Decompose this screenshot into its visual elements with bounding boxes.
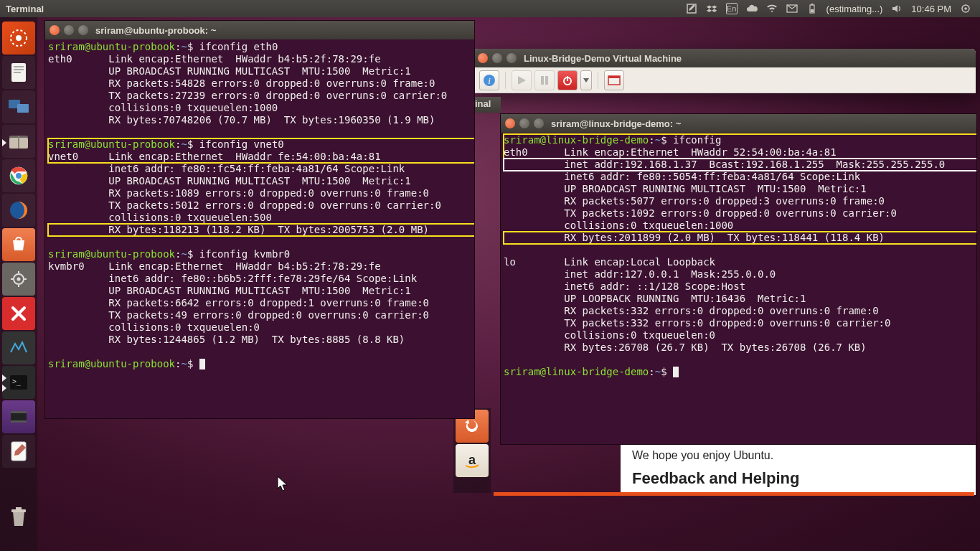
browser-page-content: We hope you enjoy Ubuntu. Feedback and H… [621,439,976,495]
launcher-terminal[interactable]: >_ [2,366,35,399]
vm-toolbar: i [473,67,976,93]
vm-minimize-button[interactable] [492,53,502,63]
svg-rect-3 [811,4,813,5]
vm-power-dropdown[interactable] [580,70,592,90]
vm-inner-launcher: a [453,408,491,493]
launcher-trash[interactable] [2,501,35,534]
terminal-host[interactable]: sriram@ubuntu-probook: ~ sriram@ubuntu-p… [44,20,475,419]
launcher-chrome[interactable] [2,159,35,192]
browser-text-line: We hope you enjoy Ubuntu. [632,449,964,462]
battery-icon[interactable] [806,3,818,14]
svg-rect-41 [545,76,548,85]
svg-point-21 [16,173,22,179]
launcher-displays[interactable] [2,90,35,123]
terminal-guest-titlebar[interactable]: sriram@linux-bridge-demo: ~ [501,114,976,133]
terminal-guest-body[interactable]: sriram@linux-bridge-demo:~$ ifconfig eth… [501,133,976,380]
vm-power-button[interactable] [557,70,578,90]
vm-info-button[interactable]: i [479,70,499,90]
vm-titlebar[interactable]: Linux-Bridge-Demo Virtual Machine [473,49,976,67]
cloud-icon[interactable] [746,3,758,14]
dropbox-icon[interactable] [706,3,717,14]
svg-rect-10 [14,66,24,67]
svg-text:i: i [488,75,491,86]
terminal-host-titlebar[interactable]: sriram@ubuntu-probook: ~ [45,21,474,39]
volume-icon[interactable] [891,3,903,14]
terminal-host-minimize[interactable] [64,25,74,35]
browser-bottom-border [494,492,974,496]
mouse-cursor-icon [277,476,290,493]
top-panel: Terminal En (estimating...) 10:46 PM [0,0,980,17]
svg-rect-4 [811,9,814,12]
launcher-meld[interactable] [2,331,35,364]
launcher-settings[interactable] [2,263,35,296]
launcher-dash[interactable] [2,22,35,55]
terminal-guest-minimize[interactable] [519,118,529,128]
svg-text:a: a [468,453,476,467]
svg-rect-36 [11,509,26,512]
terminal-guest[interactable]: sriram@linux-bridge-demo: ~ sriram@linux… [500,113,977,445]
terminal-host-close[interactable] [50,25,60,35]
vm-maximize-button[interactable] [507,53,517,63]
mail-icon[interactable] [786,3,798,14]
launcher-firefox[interactable] [2,194,35,227]
launcher-video[interactable] [2,400,35,433]
svg-point-6 [964,7,967,10]
terminal-host-body[interactable]: sriram@ubuntu-probook:~$ ifconfig eth0 e… [45,39,474,372]
svg-rect-11 [14,69,24,70]
svg-rect-40 [541,76,544,85]
terminal-guest-maximize[interactable] [534,118,544,128]
vm-play-button[interactable] [512,70,532,90]
vm-fullscreen-button[interactable] [604,70,624,90]
wifi-icon[interactable] [766,3,778,14]
compose-icon[interactable] [686,3,697,14]
session-gear-icon[interactable] [960,3,971,14]
launcher-files[interactable] [2,125,35,158]
launcher-software-center[interactable] [2,228,35,261]
active-app-name: Terminal [0,4,44,14]
unity-launcher: >_ [0,17,37,551]
clock[interactable]: 10:46 PM [911,4,951,14]
terminal-guest-title: sriram@linux-bridge-demo: ~ [551,118,681,129]
terminal-host-maximize[interactable] [78,25,88,35]
svg-point-24 [17,278,21,281]
svg-rect-33 [11,420,27,423]
vm-close-button[interactable] [478,53,488,63]
svg-rect-37 [16,507,22,509]
svg-rect-45 [608,76,620,78]
svg-rect-32 [11,411,27,413]
vm-window-title: Linux-Bridge-Demo Virtual Machine [524,53,682,64]
battery-text[interactable]: (estimating...) [826,4,883,14]
svg-point-8 [16,35,22,41]
browser-heading: Feedback and Helping [632,469,964,488]
vm-launcher-amazon[interactable]: a [456,444,489,477]
launcher-remmina[interactable] [2,297,35,330]
launcher-gedit[interactable] [2,435,35,468]
svg-rect-17 [18,136,19,149]
svg-rect-12 [14,72,21,73]
svg-rect-14 [17,104,29,113]
keyboard-lang-icon[interactable]: En [726,3,738,14]
svg-text:>_: >_ [12,377,22,386]
terminal-guest-close[interactable] [505,118,515,128]
vm-manager-window: Linux-Bridge-Demo Virtual Machine i [473,49,976,93]
launcher-document[interactable] [2,56,35,89]
vm-inner-titlebar-fragment: inal [473,97,501,113]
terminal-host-title: sriram@ubuntu-probook: ~ [95,25,216,36]
vm-pause-button[interactable] [534,70,555,90]
